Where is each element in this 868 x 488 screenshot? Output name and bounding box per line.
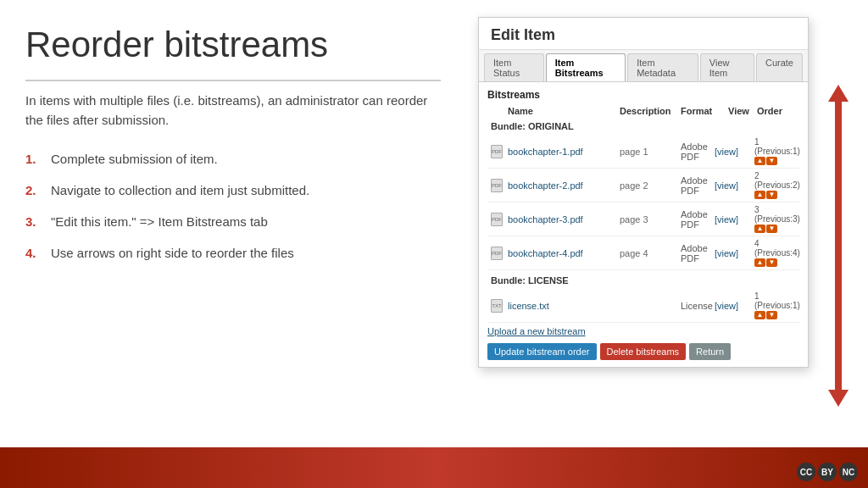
order-down-button[interactable]: ▼	[766, 191, 777, 199]
file-link[interactable]: bookchapter-4.pdf	[508, 248, 583, 258]
return-button[interactable]: Return	[689, 343, 731, 360]
bundle-license-label: Bundle: LICENSE	[487, 275, 799, 286]
col-header-icon	[491, 106, 506, 116]
step-text-3: "Edit this item." => Item Bitstreams tab	[51, 213, 268, 230]
order-up-button[interactable]: ▲	[754, 157, 765, 165]
upload-link[interactable]: Upload a new bitstream	[487, 323, 799, 340]
step-text-1: Complete submission of item.	[51, 150, 218, 168]
file-name-cell: license.txt	[508, 301, 618, 311]
order-buttons: ▲▼	[754, 157, 777, 165]
order-up-button[interactable]: ▲	[754, 191, 765, 199]
view-link[interactable]: [view]	[715, 248, 753, 258]
order-cell: 1 (Previous:1)▲▼	[754, 291, 782, 319]
edit-item-panel: Edit Item Item Status Item Bitstreams It…	[478, 17, 809, 368]
file-name-cell: bookchapter-1.pdf	[508, 147, 618, 157]
order-cell: 4 (Previous:4)▲▼	[754, 239, 782, 267]
file-link[interactable]: bookchapter-3.pdf	[508, 214, 583, 225]
order-cell: 1 (Previous:1)▲▼	[754, 137, 782, 165]
file-format: Adobe PDF	[681, 209, 713, 230]
panel-title: Edit Item	[479, 18, 808, 50]
tabs-row: Item Status Item Bitstreams Item Metadat…	[479, 50, 808, 82]
file-format: Adobe PDF	[681, 141, 713, 162]
order-down-button[interactable]: ▼	[766, 225, 777, 233]
reorder-arrow	[826, 85, 851, 407]
order-down-button[interactable]: ▼	[766, 311, 777, 319]
action-buttons: Update bitstream order Delete bitstreams…	[487, 343, 799, 360]
col-header-name: Name	[508, 106, 618, 116]
slide-title: Reorder bitstreams	[25, 25, 441, 64]
step-num-2: 2.	[25, 181, 51, 199]
original-files: PDFbookchapter-1.pdfpage 1Adobe PDF[view…	[487, 135, 799, 270]
arrow-up-icon	[828, 85, 849, 102]
bundle-original-label: Bundle: ORIGINAL	[487, 121, 799, 131]
file-link[interactable]: license.txt	[508, 301, 549, 311]
table-row: PDFbookchapter-3.pdfpage 3Adobe PDF[view…	[487, 202, 799, 236]
order-text: 1 (Previous:1)	[754, 291, 800, 310]
file-description: page 2	[620, 180, 679, 191]
order-text: 3 (Previous:3)	[754, 205, 800, 224]
file-icon: PDF	[491, 213, 503, 226]
view-link[interactable]: [view]	[715, 180, 753, 191]
tab-view-item[interactable]: View Item	[700, 53, 754, 81]
bottom-bar: CC BY NC	[0, 447, 868, 488]
order-down-button[interactable]: ▼	[766, 157, 777, 165]
update-order-button[interactable]: Update bitstream order	[487, 343, 597, 360]
file-format: Adobe PDF	[681, 175, 713, 196]
order-buttons: ▲▼	[754, 311, 777, 319]
arrow-line	[835, 102, 842, 390]
cc-icon-nc: NC	[839, 463, 858, 481]
file-format: License	[681, 301, 713, 311]
tab-item-metadata[interactable]: Item Metadata	[627, 53, 698, 81]
list-item: 3. "Edit this item." => Item Bitstreams …	[25, 213, 441, 230]
cc-icons: CC BY NC	[797, 463, 858, 481]
step-num-3: 3.	[25, 213, 51, 230]
order-buttons: ▲▼	[754, 225, 777, 233]
step-num-1: 1.	[25, 150, 51, 168]
col-header-description: Description	[620, 106, 679, 116]
slide-intro: In items with multiple files (i.e. bitst…	[25, 80, 441, 130]
file-description: page 1	[620, 147, 679, 157]
col-header-format: Format	[681, 106, 713, 116]
col-header-view: View Order	[715, 106, 782, 116]
table-row: PDFbookchapter-1.pdfpage 1Adobe PDF[view…	[487, 135, 799, 169]
file-icon: PDF	[491, 247, 503, 260]
order-cell: 2 (Previous:2)▲▼	[754, 171, 782, 199]
list-item: 4. Use arrows on right side to reorder t…	[25, 244, 441, 262]
file-icon: PDF	[491, 179, 503, 192]
view-link[interactable]: [view]	[715, 147, 753, 157]
order-up-button[interactable]: ▲	[754, 258, 765, 267]
order-text: 1 (Previous:1)	[754, 137, 800, 156]
table-row: PDFbookchapter-2.pdfpage 2Adobe PDF[view…	[487, 169, 799, 202]
tab-item-bitstreams[interactable]: Item Bitstreams	[546, 53, 626, 81]
list-item: 1. Complete submission of item.	[25, 150, 441, 168]
file-icon: PDF	[491, 145, 503, 158]
arrow-down-icon	[828, 390, 849, 407]
license-files: TXTlicense.txtLicense[view]1 (Previous:1…	[487, 289, 799, 323]
file-description: page 4	[620, 248, 679, 258]
steps-list: 1. Complete submission of item. 2. Navig…	[25, 150, 441, 262]
file-link[interactable]: bookchapter-2.pdf	[508, 180, 583, 191]
table-row: TXTlicense.txtLicense[view]1 (Previous:1…	[487, 289, 799, 323]
view-link[interactable]: [view]	[715, 301, 753, 311]
list-item: 2. Navigate to collection and item just …	[25, 181, 441, 199]
file-description: page 3	[620, 214, 679, 225]
cc-icon-cc: CC	[797, 463, 815, 481]
step-num-4: 4.	[25, 244, 51, 262]
order-buttons: ▲▼	[754, 258, 777, 267]
bitstreams-header: Bitstreams	[487, 89, 799, 101]
cc-icon-by: BY	[818, 463, 837, 481]
file-icon: TXT	[491, 299, 503, 313]
tab-curate[interactable]: Curate	[756, 53, 803, 81]
file-name-cell: bookchapter-2.pdf	[508, 180, 618, 191]
file-link[interactable]: bookchapter-1.pdf	[508, 147, 583, 157]
step-text-2: Navigate to collection and item just sub…	[51, 181, 309, 199]
delete-bitstreams-button[interactable]: Delete bitstreams	[600, 343, 687, 360]
order-down-button[interactable]: ▼	[766, 258, 777, 267]
order-cell: 3 (Previous:3)▲▼	[754, 205, 782, 233]
view-link[interactable]: [view]	[715, 214, 753, 225]
file-name-cell: bookchapter-4.pdf	[508, 248, 618, 258]
tab-item-status[interactable]: Item Status	[484, 53, 544, 81]
order-up-button[interactable]: ▲	[754, 311, 765, 319]
order-up-button[interactable]: ▲	[754, 225, 765, 233]
left-content: Reorder bitstreams In items with multipl…	[25, 25, 441, 275]
